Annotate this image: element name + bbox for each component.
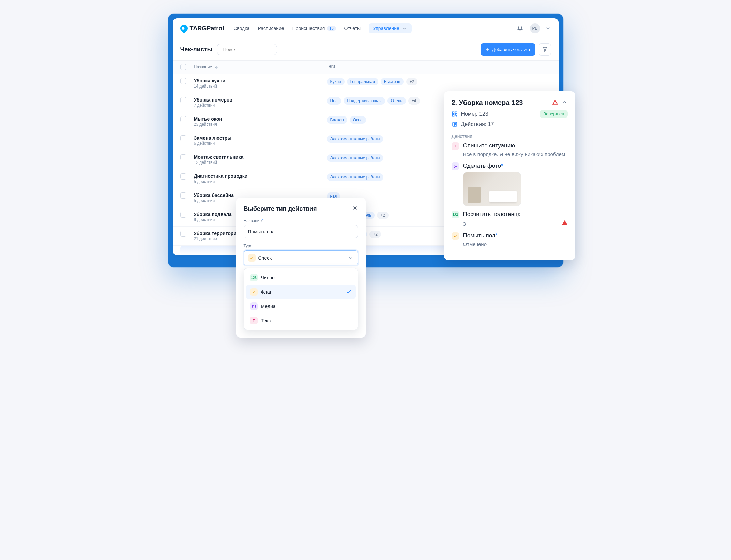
modal-close-button[interactable] [352,205,358,213]
brand-name: TARGPatrol [190,25,224,32]
row-subtitle: 9 действий [194,217,232,222]
action-count-value: 3 [463,220,466,228]
row-checkbox[interactable] [180,78,186,84]
nav-summary[interactable]: Сводка [233,26,249,31]
action-text-body: Все в порядке. Я не вижу никаких проблем [463,151,568,158]
chevron-down-icon [401,25,408,31]
flag-badge-icon [452,232,459,240]
tag[interactable]: Электомонтажные работы [327,135,384,143]
row-subtitle: 5 действий [194,198,234,203]
type-field-label: Type [244,244,358,248]
action-text: T Опишите ситуацию Все в порядке. Я не в… [452,142,568,158]
tag-more[interactable]: +2 [406,78,418,85]
name-input[interactable] [244,225,358,238]
tag[interactable]: Электомонтажные работы [327,154,384,162]
tag[interactable]: Пол [327,97,341,105]
add-checklist-button[interactable]: Добавить чек-лист [481,43,535,56]
check-badge-icon [248,254,256,262]
list-icon [452,121,458,127]
row-title: Уборка территории [194,231,240,236]
tag[interactable]: Электомонтажные работы [327,173,384,181]
nav-incidents[interactable]: Происшествия 10 [292,26,336,31]
media-badge-icon [250,302,258,310]
row-subtitle: 14 действий [194,84,226,89]
user-chevron-icon[interactable] [545,25,551,31]
text-badge-icon: T [452,142,459,150]
row-tags: КухняГенеральнаяБыстрая+2 [327,78,551,85]
incidents-badge: 10 [327,26,336,31]
status-badge: Завершен [540,110,567,118]
row-subtitle: 21 действие [194,236,240,241]
row-checkbox[interactable] [180,192,186,199]
chevron-up-icon [562,99,568,105]
row-checkbox[interactable] [180,212,186,218]
svg-rect-4 [455,112,457,113]
warning-icon [562,220,568,227]
row-title: Мытье окон [194,116,222,122]
table-row[interactable]: Уборка кухни 14 действий КухняГенеральна… [173,74,559,93]
nav-incidents-label: Происшествия [292,26,325,31]
nav-schedule[interactable]: Расписание [258,26,284,31]
svg-rect-6 [455,114,456,115]
search-box[interactable] [217,44,277,55]
row-checkbox[interactable] [180,173,186,180]
tag[interactable]: Кухня [327,78,345,85]
actions-count: Действия: 17 [461,121,494,127]
room-label: Номер 123 [461,111,488,117]
photo-thumbnail[interactable] [463,172,521,206]
type-dropdown: 123 Число Флаг Медиа T Текс [244,268,358,330]
row-checkbox[interactable] [180,97,186,103]
filter-button[interactable] [539,43,551,56]
collapse-button[interactable] [562,99,568,107]
user-avatar[interactable]: PB [530,23,540,33]
row-subtitle: 6 действий [194,141,232,146]
svg-point-10 [454,166,455,166]
tag-more[interactable]: +2 [369,231,381,238]
svg-point-2 [253,306,254,306]
option-number[interactable]: 123 Число [246,270,356,285]
row-checkbox[interactable] [180,231,186,237]
tag[interactable]: Отель [387,97,406,105]
logo: TARGPatrol [180,25,224,32]
svg-rect-3 [452,112,454,113]
subheader: Чек-листы Добавить чек-лист [173,38,559,60]
col-tags[interactable]: Теги [327,64,551,70]
type-selected: Check [258,255,272,261]
nav-management[interactable]: Управление [369,23,412,33]
option-text[interactable]: T Текс [246,313,356,328]
tag[interactable]: Балкон [327,116,347,124]
type-select[interactable]: Check [244,250,358,265]
action-photo: Сделать фото* [452,162,568,206]
row-subtitle: 23 действия [194,122,222,127]
select-all-checkbox[interactable] [180,64,186,70]
svg-rect-7 [456,115,457,116]
tag[interactable]: Окна [350,116,366,124]
action-type-modal: Выберите тип действия Название* Type Che… [236,198,366,338]
main-nav: Сводка Расписание Происшествия 10 Отчеты… [233,23,515,33]
nav-reports[interactable]: Отчеты [344,26,361,31]
option-flag[interactable]: Флаг [246,285,356,299]
action-count: 123 Посчитать полотенца 3 [452,211,568,228]
notifications-button[interactable] [515,23,525,33]
action-photo-title: Сделать фото* [463,162,568,169]
number-badge-icon: 123 [250,274,258,281]
flag-badge-icon [250,288,258,296]
row-subtitle: 7 действий [194,103,232,108]
option-media[interactable]: Медиа [246,299,356,313]
row-checkbox[interactable] [180,135,186,141]
app-header: TARGPatrol Сводка Расписание Происшестви… [173,18,559,38]
tag[interactable]: Быстрая [381,78,404,85]
tag[interactable]: Генеральная [347,78,378,85]
row-title: Уборка бассейна [194,192,234,198]
row-checkbox[interactable] [180,154,186,160]
tag-more[interactable]: +4 [408,97,420,105]
bell-icon [517,25,523,31]
search-input[interactable] [223,47,280,52]
row-checkbox[interactable] [180,116,186,122]
col-name[interactable]: Название [194,64,327,70]
tag-more[interactable]: +2 [377,212,389,219]
name-field-label: Название* [244,218,358,223]
qr-icon [452,111,458,117]
row-title: Уборка кухни [194,78,226,83]
tag[interactable]: Поддерживающая [344,97,385,105]
